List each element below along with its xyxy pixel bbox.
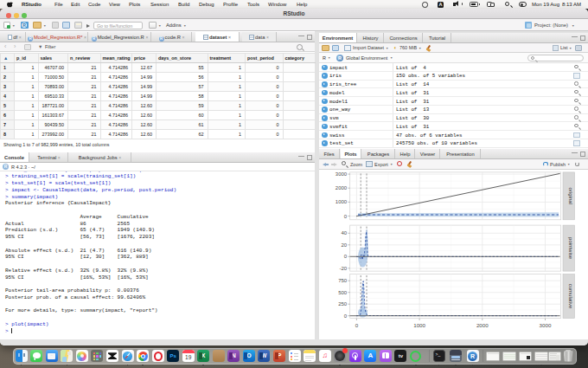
svg-text:750: 750 <box>338 278 348 283</box>
svg-text:original: original <box>568 188 573 204</box>
svg-text:cumulative: cumulative <box>568 284 573 309</box>
svg-text:0: 0 <box>344 254 348 259</box>
svg-text:250: 250 <box>338 301 348 307</box>
svg-text:-20: -20 <box>340 266 348 271</box>
svg-text:2000: 2000 <box>336 185 348 190</box>
svg-text:20: 20 <box>342 242 348 248</box>
svg-text:1000: 1000 <box>413 322 425 328</box>
svg-text:pointwise: pointwise <box>568 237 573 260</box>
svg-text:0: 0 <box>355 322 359 328</box>
svg-text:0: 0 <box>344 214 348 219</box>
svg-text:40: 40 <box>342 230 348 236</box>
svg-text:3000: 3000 <box>336 171 348 177</box>
svg-text:2000: 2000 <box>476 322 489 328</box>
svg-text:3000: 3000 <box>540 322 552 328</box>
svg-text:0: 0 <box>344 313 348 319</box>
svg-text:1000: 1000 <box>336 199 348 204</box>
svg-text:500: 500 <box>338 290 348 295</box>
